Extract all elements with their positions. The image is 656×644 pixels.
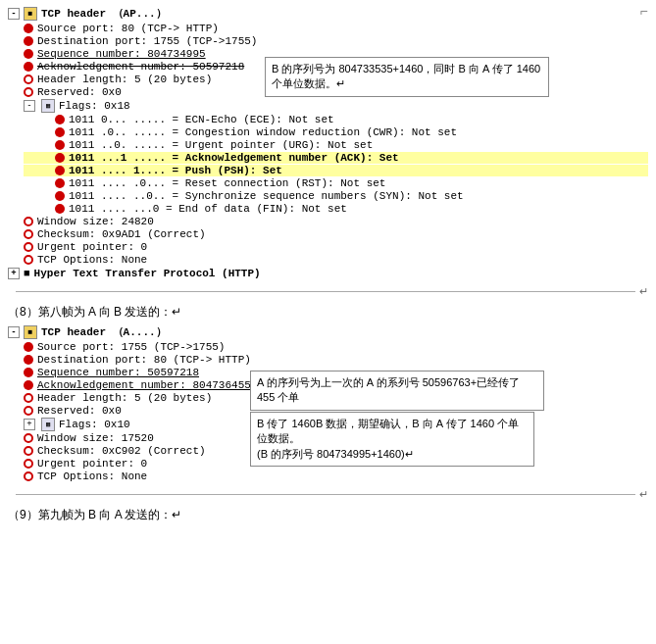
- flag-text-7: 1011 .... ...0 = End of data (FIN): Not …: [69, 203, 347, 215]
- flag-item-0: 1011 0... ..... = ECN-Echo (ECE): Not se…: [24, 114, 648, 125]
- tree-item-winsz-1: Window size: 24820: [8, 216, 648, 227]
- bullet-1: [24, 24, 33, 33]
- bullet-8: [24, 229, 33, 239]
- bullet-18: [24, 446, 33, 456]
- section-9-text: （9）第九帧为 B 向 A 发送的：↵: [8, 508, 181, 521]
- flag-text-3: 1011 ...1 ..... = Acknowledgement number…: [69, 152, 399, 164]
- flag-bullet-6: [55, 191, 65, 201]
- callout-box-2: A 的序列号为上一次的 A 的系列号 50596763+已经传了 455 个单: [250, 371, 544, 411]
- section-divider-2: ↵: [16, 488, 648, 501]
- dest-port-2-text: Destination port: 80 (TCP-> HTTP): [37, 354, 648, 366]
- flags-label-1: Flags: 0x18: [59, 100, 130, 112]
- flag-item-6: 1011 .... ..0.. = Synchronize sequence n…: [24, 190, 648, 202]
- flags-icon-2: ▦: [41, 418, 55, 431]
- flag-bullet-0: [55, 115, 65, 124]
- dest-port-1-text: Destination port: 1755 (TCP->1755): [37, 35, 648, 47]
- main-container: ⌐ - ■ TCP header （AP...） Source port: 80…: [0, 0, 656, 531]
- callout-1-text: B 的序列号为 804733535+1460，同时 B 向 A 传了 1460 …: [272, 63, 540, 89]
- section-8-text: （8）第八帧为 A 向 B 发送的：↵: [8, 305, 181, 319]
- callout-box-1: B 的序列号为 804733535+1460，同时 B 向 A 传了 1460 …: [265, 57, 549, 97]
- flag-bullet-1: [55, 127, 65, 137]
- chk-1-text: Checksum: 0x9AD1 (Correct): [37, 228, 648, 240]
- bullet-11: [24, 342, 33, 352]
- flag-bullet-4: [55, 166, 65, 175]
- tcp-icon-2: ■: [24, 325, 37, 339]
- section-8-label: （8）第八帧为 A 向 B 发送的：↵: [8, 304, 648, 321]
- winsz-1-text: Window size: 24820: [37, 216, 648, 227]
- source-port-2-text: Source port: 1755 (TCP->1755): [37, 341, 648, 353]
- urg-1-text: Urgent pointer: 0: [37, 241, 648, 253]
- http-icon: ■: [24, 268, 30, 279]
- opt-1-text: TCP Options: None: [37, 254, 648, 266]
- tcp-icon-1: ■: [24, 7, 37, 21]
- bullet-10: [24, 255, 33, 265]
- tree-item-source-port-1: Source port: 80 (TCP-> HTTP): [8, 23, 648, 34]
- flag-text-2: 1011 ..0. ..... = Urgent pointer (URG): …: [69, 139, 373, 151]
- flags-expand-1[interactable]: -: [24, 100, 35, 112]
- http-header-label: Hyper Text Transfer Protocol (HTTP): [34, 268, 261, 279]
- bullet-19: [24, 459, 33, 469]
- tcp-header-1-label: TCP header （AP...）: [41, 6, 167, 21]
- flag-bullet-3: [55, 153, 65, 163]
- bullet-17: [24, 433, 33, 443]
- tree-item-dest-port-2: Destination port: 80 (TCP-> HTTP): [8, 354, 648, 366]
- flag-text-1: 1011 .0.. ..... = Congestion window redu…: [69, 126, 457, 138]
- http-header: + ■ Hyper Text Transfer Protocol (HTTP): [8, 268, 648, 279]
- flags-expand-2[interactable]: +: [24, 419, 35, 430]
- flags-section-1: - ▦ Flags: 0x18 1011 0... ..... = ECN-Ec…: [24, 99, 648, 215]
- arrow-2: ↵: [639, 488, 648, 501]
- bullet-7: [24, 217, 33, 226]
- flag-item-3: 1011 ...1 ..... = Acknowledgement number…: [24, 152, 648, 164]
- flag-item-7: 1011 .... ...0 = End of data (FIN): Not …: [24, 203, 648, 215]
- flag-text-0: 1011 0... ..... = ECN-Echo (ECE): Not se…: [69, 114, 334, 125]
- flags-label-2: Flags: 0x10: [59, 419, 130, 430]
- flag-text-6: 1011 .... ..0.. = Synchronize sequence n…: [69, 190, 464, 202]
- opt-2-text: TCP Options: None: [37, 471, 648, 482]
- flag-bullet-7: [55, 204, 65, 214]
- flag-item-5: 1011 .... .0... = Reset connection (RST)…: [24, 177, 648, 189]
- tcp-header-2-label: TCP header （A....）: [41, 324, 167, 339]
- section-divider-1: ↵: [8, 285, 648, 298]
- tree-item-urg-1: Urgent pointer: 0: [8, 241, 648, 253]
- bullet-9: [24, 242, 33, 252]
- flags-header-1: - ▦ Flags: 0x18: [24, 99, 648, 113]
- flag-text-5: 1011 .... .0... = Reset connection (RST)…: [69, 177, 385, 189]
- tree-item-opt-2: TCP Options: None: [8, 471, 648, 482]
- tree-item-opt-1: TCP Options: None: [8, 254, 648, 266]
- arrow-1: ↵: [639, 285, 648, 298]
- expand-icon-2[interactable]: -: [8, 326, 20, 338]
- bullet-6: [24, 87, 33, 97]
- bullet-5: [24, 74, 33, 84]
- callout-3-text: B 传了 1460B 数据，期望确认，B 向 A 传了 1460 个单位数据。 …: [257, 418, 519, 460]
- bullet-2: [24, 36, 33, 46]
- flag-text-4: 1011 .... 1.... = Push (PSH): Set: [69, 165, 282, 176]
- source-port-1-text: Source port: 80 (TCP-> HTTP): [37, 23, 648, 34]
- flag-bullet-5: [55, 178, 65, 188]
- flag-item-2: 1011 ..0. ..... = Urgent pointer (URG): …: [24, 139, 648, 151]
- bullet-13: [24, 368, 33, 377]
- bullet-12: [24, 355, 33, 365]
- bullet-14: [24, 380, 33, 390]
- bullet-15: [24, 393, 33, 403]
- bullet-4: [24, 62, 33, 72]
- bullet-16: [24, 406, 33, 416]
- flag-item-1: 1011 .0.. ..... = Congestion window redu…: [24, 126, 648, 138]
- tree-item-dest-port-1: Destination port: 1755 (TCP->1755): [8, 35, 648, 47]
- bullet-20: [24, 471, 33, 481]
- callout-2-text: A 的序列号为上一次的 A 的系列号 50596763+已经传了 455 个单: [257, 376, 520, 403]
- tree-item-source-port-2: Source port: 1755 (TCP->1755): [8, 341, 648, 353]
- corner-mark: ⌐: [640, 4, 648, 20]
- tcp-header-2: - ■ TCP header （A....）: [8, 324, 648, 339]
- expand-icon-1[interactable]: -: [8, 8, 20, 20]
- flag-bullet-2: [55, 140, 65, 150]
- callout-box-3: B 传了 1460B 数据，期望确认，B 向 A 传了 1460 个单位数据。 …: [250, 412, 534, 467]
- bullet-3: [24, 49, 33, 59]
- http-expand-icon[interactable]: +: [8, 268, 20, 279]
- tree-item-chk-1: Checksum: 0x9AD1 (Correct): [8, 228, 648, 240]
- tcp-header-1: - ■ TCP header （AP...）: [8, 6, 648, 21]
- flag-item-4: 1011 .... 1.... = Push (PSH): Set: [24, 165, 648, 176]
- flags-icon-1: ▦: [41, 99, 55, 113]
- section-9-label: （9）第九帧为 B 向 A 发送的：↵: [8, 507, 648, 523]
